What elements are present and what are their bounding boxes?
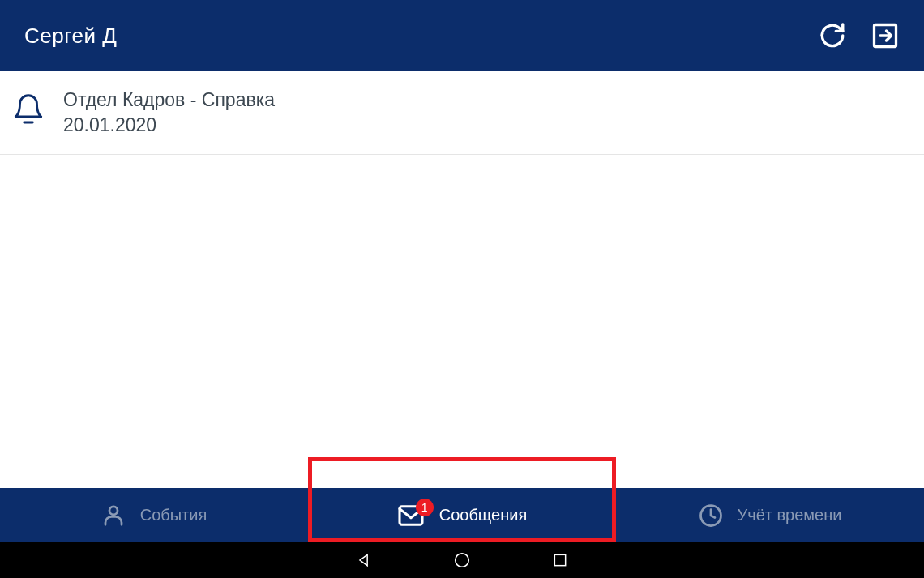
svg-point-4 [456,554,469,567]
android-back-button[interactable] [356,552,372,568]
android-recent-button[interactable] [552,552,568,568]
square-recent-icon [552,552,568,568]
app-header: Сергей Д [0,0,924,71]
bell-icon [11,92,45,134]
refresh-icon [819,22,846,49]
content-area: Отдел Кадров - Справка 20.01.2020 [0,71,924,488]
envelope-icon: 1 [397,504,425,527]
nav-timesheet-label: Учёт времени [738,506,842,524]
nav-events-label: События [140,506,207,524]
svg-point-1 [109,506,118,514]
notification-item[interactable]: Отдел Кадров - Справка 20.01.2020 [0,71,924,155]
clock-icon [699,503,723,528]
notification-title: Отдел Кадров - Справка [63,89,275,111]
nav-messages-label: Сообщения [439,506,528,524]
bottom-nav: События 1 Сообщения Учёт времени [0,488,924,542]
notification-text: Отдел Кадров - Справка 20.01.2020 [63,89,275,136]
nav-messages[interactable]: 1 Сообщения [308,488,616,542]
message-badge: 1 [416,499,434,516]
svg-rect-5 [554,554,565,565]
android-nav-bar [0,542,924,578]
android-home-button[interactable] [453,551,471,569]
user-name: Сергей Д [24,24,794,49]
triangle-back-icon [356,552,372,568]
nav-timesheet[interactable]: Учёт времени [616,488,924,542]
person-icon [101,503,126,528]
circle-home-icon [453,551,471,569]
refresh-button[interactable] [819,22,846,49]
logout-icon [871,21,900,50]
logout-button[interactable] [871,21,900,50]
notification-date: 20.01.2020 [63,114,275,136]
empty-area [0,155,924,488]
nav-events[interactable]: События [0,488,308,542]
